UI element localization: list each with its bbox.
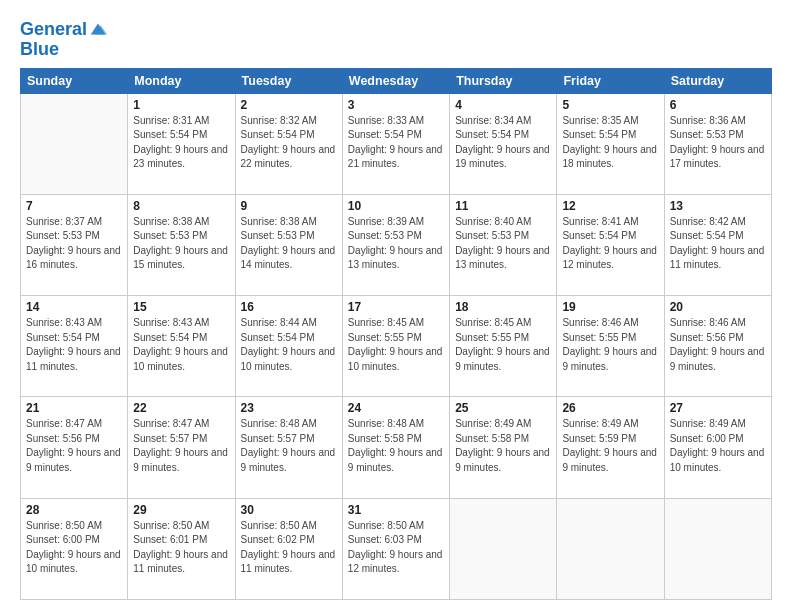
day-number: 18 (455, 300, 551, 314)
page: General Blue SundayMondayTuesdayWednesda… (0, 0, 792, 612)
day-number: 8 (133, 199, 229, 213)
calendar-cell: 19Sunrise: 8:46 AM Sunset: 5:55 PM Dayli… (557, 296, 664, 397)
calendar-week-row: 21Sunrise: 8:47 AM Sunset: 5:56 PM Dayli… (21, 397, 772, 498)
day-info: Sunrise: 8:50 AM Sunset: 6:02 PM Dayligh… (241, 519, 337, 577)
day-number: 14 (26, 300, 122, 314)
calendar-cell: 8Sunrise: 8:38 AM Sunset: 5:53 PM Daylig… (128, 194, 235, 295)
day-info: Sunrise: 8:49 AM Sunset: 6:00 PM Dayligh… (670, 417, 766, 475)
day-info: Sunrise: 8:36 AM Sunset: 5:53 PM Dayligh… (670, 114, 766, 172)
day-info: Sunrise: 8:33 AM Sunset: 5:54 PM Dayligh… (348, 114, 444, 172)
day-info: Sunrise: 8:50 AM Sunset: 6:03 PM Dayligh… (348, 519, 444, 577)
day-number: 2 (241, 98, 337, 112)
calendar-cell: 17Sunrise: 8:45 AM Sunset: 5:55 PM Dayli… (342, 296, 449, 397)
calendar-table: SundayMondayTuesdayWednesdayThursdayFrid… (20, 68, 772, 600)
calendar-cell: 14Sunrise: 8:43 AM Sunset: 5:54 PM Dayli… (21, 296, 128, 397)
calendar-cell: 27Sunrise: 8:49 AM Sunset: 6:00 PM Dayli… (664, 397, 771, 498)
day-number: 23 (241, 401, 337, 415)
calendar-cell: 20Sunrise: 8:46 AM Sunset: 5:56 PM Dayli… (664, 296, 771, 397)
day-number: 24 (348, 401, 444, 415)
day-info: Sunrise: 8:44 AM Sunset: 5:54 PM Dayligh… (241, 316, 337, 374)
weekday-header-wednesday: Wednesday (342, 68, 449, 93)
calendar-cell: 9Sunrise: 8:38 AM Sunset: 5:53 PM Daylig… (235, 194, 342, 295)
calendar-cell: 25Sunrise: 8:49 AM Sunset: 5:58 PM Dayli… (450, 397, 557, 498)
day-number: 4 (455, 98, 551, 112)
calendar-cell: 3Sunrise: 8:33 AM Sunset: 5:54 PM Daylig… (342, 93, 449, 194)
day-number: 19 (562, 300, 658, 314)
day-info: Sunrise: 8:38 AM Sunset: 5:53 PM Dayligh… (133, 215, 229, 273)
day-number: 12 (562, 199, 658, 213)
calendar-cell: 23Sunrise: 8:48 AM Sunset: 5:57 PM Dayli… (235, 397, 342, 498)
day-info: Sunrise: 8:46 AM Sunset: 5:56 PM Dayligh… (670, 316, 766, 374)
calendar-cell: 11Sunrise: 8:40 AM Sunset: 5:53 PM Dayli… (450, 194, 557, 295)
day-number: 1 (133, 98, 229, 112)
day-number: 26 (562, 401, 658, 415)
day-number: 22 (133, 401, 229, 415)
day-number: 30 (241, 503, 337, 517)
calendar-cell: 28Sunrise: 8:50 AM Sunset: 6:00 PM Dayli… (21, 498, 128, 599)
calendar-cell (557, 498, 664, 599)
day-info: Sunrise: 8:43 AM Sunset: 5:54 PM Dayligh… (133, 316, 229, 374)
day-info: Sunrise: 8:46 AM Sunset: 5:55 PM Dayligh… (562, 316, 658, 374)
calendar-cell: 29Sunrise: 8:50 AM Sunset: 6:01 PM Dayli… (128, 498, 235, 599)
calendar-cell: 10Sunrise: 8:39 AM Sunset: 5:53 PM Dayli… (342, 194, 449, 295)
calendar-cell (450, 498, 557, 599)
weekday-header-monday: Monday (128, 68, 235, 93)
header: General Blue (20, 16, 772, 60)
calendar-cell: 24Sunrise: 8:48 AM Sunset: 5:58 PM Dayli… (342, 397, 449, 498)
day-number: 28 (26, 503, 122, 517)
logo-icon (89, 20, 107, 38)
day-info: Sunrise: 8:41 AM Sunset: 5:54 PM Dayligh… (562, 215, 658, 273)
calendar-cell: 26Sunrise: 8:49 AM Sunset: 5:59 PM Dayli… (557, 397, 664, 498)
day-info: Sunrise: 8:40 AM Sunset: 5:53 PM Dayligh… (455, 215, 551, 273)
day-number: 16 (241, 300, 337, 314)
day-number: 10 (348, 199, 444, 213)
calendar-cell: 18Sunrise: 8:45 AM Sunset: 5:55 PM Dayli… (450, 296, 557, 397)
day-info: Sunrise: 8:32 AM Sunset: 5:54 PM Dayligh… (241, 114, 337, 172)
calendar-cell: 31Sunrise: 8:50 AM Sunset: 6:03 PM Dayli… (342, 498, 449, 599)
day-number: 3 (348, 98, 444, 112)
day-info: Sunrise: 8:45 AM Sunset: 5:55 PM Dayligh… (455, 316, 551, 374)
day-info: Sunrise: 8:47 AM Sunset: 5:57 PM Dayligh… (133, 417, 229, 475)
day-number: 20 (670, 300, 766, 314)
day-number: 31 (348, 503, 444, 517)
day-info: Sunrise: 8:49 AM Sunset: 5:58 PM Dayligh… (455, 417, 551, 475)
weekday-header-row: SundayMondayTuesdayWednesdayThursdayFrid… (21, 68, 772, 93)
day-number: 11 (455, 199, 551, 213)
weekday-header-tuesday: Tuesday (235, 68, 342, 93)
calendar-cell: 4Sunrise: 8:34 AM Sunset: 5:54 PM Daylig… (450, 93, 557, 194)
weekday-header-thursday: Thursday (450, 68, 557, 93)
day-info: Sunrise: 8:48 AM Sunset: 5:57 PM Dayligh… (241, 417, 337, 475)
day-number: 9 (241, 199, 337, 213)
calendar-cell: 2Sunrise: 8:32 AM Sunset: 5:54 PM Daylig… (235, 93, 342, 194)
day-number: 29 (133, 503, 229, 517)
day-info: Sunrise: 8:49 AM Sunset: 5:59 PM Dayligh… (562, 417, 658, 475)
day-number: 27 (670, 401, 766, 415)
calendar-cell: 16Sunrise: 8:44 AM Sunset: 5:54 PM Dayli… (235, 296, 342, 397)
day-info: Sunrise: 8:42 AM Sunset: 5:54 PM Dayligh… (670, 215, 766, 273)
day-number: 21 (26, 401, 122, 415)
calendar-cell: 13Sunrise: 8:42 AM Sunset: 5:54 PM Dayli… (664, 194, 771, 295)
day-number: 17 (348, 300, 444, 314)
day-info: Sunrise: 8:38 AM Sunset: 5:53 PM Dayligh… (241, 215, 337, 273)
calendar-cell: 15Sunrise: 8:43 AM Sunset: 5:54 PM Dayli… (128, 296, 235, 397)
calendar-cell: 1Sunrise: 8:31 AM Sunset: 5:54 PM Daylig… (128, 93, 235, 194)
weekday-header-sunday: Sunday (21, 68, 128, 93)
weekday-header-saturday: Saturday (664, 68, 771, 93)
day-info: Sunrise: 8:37 AM Sunset: 5:53 PM Dayligh… (26, 215, 122, 273)
day-info: Sunrise: 8:50 AM Sunset: 6:00 PM Dayligh… (26, 519, 122, 577)
day-number: 7 (26, 199, 122, 213)
day-info: Sunrise: 8:50 AM Sunset: 6:01 PM Dayligh… (133, 519, 229, 577)
day-number: 13 (670, 199, 766, 213)
calendar-week-row: 28Sunrise: 8:50 AM Sunset: 6:00 PM Dayli… (21, 498, 772, 599)
calendar-cell: 21Sunrise: 8:47 AM Sunset: 5:56 PM Dayli… (21, 397, 128, 498)
day-info: Sunrise: 8:31 AM Sunset: 5:54 PM Dayligh… (133, 114, 229, 172)
calendar-week-row: 1Sunrise: 8:31 AM Sunset: 5:54 PM Daylig… (21, 93, 772, 194)
day-number: 15 (133, 300, 229, 314)
calendar-week-row: 7Sunrise: 8:37 AM Sunset: 5:53 PM Daylig… (21, 194, 772, 295)
calendar-cell: 7Sunrise: 8:37 AM Sunset: 5:53 PM Daylig… (21, 194, 128, 295)
calendar-cell: 30Sunrise: 8:50 AM Sunset: 6:02 PM Dayli… (235, 498, 342, 599)
weekday-header-friday: Friday (557, 68, 664, 93)
day-info: Sunrise: 8:39 AM Sunset: 5:53 PM Dayligh… (348, 215, 444, 273)
logo-text-line1: General (20, 20, 87, 40)
calendar-cell: 6Sunrise: 8:36 AM Sunset: 5:53 PM Daylig… (664, 93, 771, 194)
